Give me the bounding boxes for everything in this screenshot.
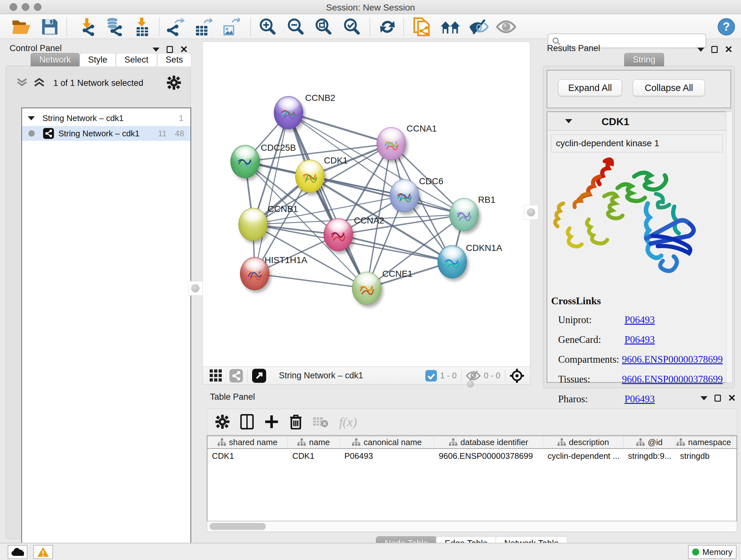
network-node-cdc6[interactable] <box>390 179 419 212</box>
table-row[interactable]: CDK1CDK1P064939606.ENSP00000378699cyclin… <box>207 449 737 463</box>
network-node-ccna1[interactable] <box>377 127 406 160</box>
network-row-selected[interactable]: String Network – cdk1 11 48 <box>22 126 191 141</box>
show-columns-icon[interactable] <box>240 414 254 429</box>
zoom-in-icon[interactable] <box>256 18 279 36</box>
save-session-icon[interactable] <box>38 18 61 36</box>
table-panel-title: Table Panel <box>210 392 255 402</box>
node-table[interactable]: shared namenamecanonical namedatabase id… <box>207 435 737 521</box>
expand-all-button[interactable]: Expand All <box>558 79 622 96</box>
tab-sets[interactable]: Sets <box>157 53 192 66</box>
help-icon[interactable]: ? <box>715 18 738 36</box>
current-network-dot-icon <box>28 130 35 137</box>
home-icon[interactable] <box>439 18 462 36</box>
zoom-fit-icon[interactable] <box>312 18 335 36</box>
table-cell[interactable]: CDK1 <box>288 449 340 463</box>
column-header-name[interactable]: name <box>288 436 340 448</box>
column-header-sharedname[interactable]: shared name <box>207 436 288 448</box>
function-builder-icon[interactable]: f(x) <box>339 415 357 429</box>
network-node-ccnb2[interactable] <box>274 96 303 129</box>
column-header-id[interactable]: @id <box>623 436 676 448</box>
column-header-canonicalname[interactable]: canonical name <box>340 436 434 448</box>
bottom-splitter-handle[interactable] <box>463 380 478 388</box>
float-panel-icon[interactable] <box>715 395 721 401</box>
results-scrollbar[interactable] <box>726 111 732 383</box>
import-database-icon[interactable] <box>102 18 125 36</box>
show-graphics-icon[interactable] <box>495 18 518 36</box>
panel-menu-icon[interactable] <box>697 48 704 52</box>
add-column-icon[interactable] <box>265 415 279 429</box>
zoom-out-icon[interactable] <box>284 18 307 36</box>
tree-expand-icon[interactable] <box>28 116 35 120</box>
network-edge[interactable] <box>255 273 367 288</box>
network-node-cdc25b[interactable] <box>230 145 260 178</box>
delete-column-icon[interactable] <box>289 414 302 429</box>
network-node-ccnb1[interactable] <box>239 208 268 241</box>
tab-string-results[interactable]: String <box>624 53 664 66</box>
import-network-icon[interactable] <box>75 18 98 36</box>
refresh-icon[interactable] <box>376 18 399 36</box>
delete-table-icon[interactable] <box>313 416 328 428</box>
table-options-gear-icon[interactable] <box>215 415 229 429</box>
close-panel-icon[interactable]: ✕ <box>725 46 733 53</box>
memory-button[interactable]: Memory <box>688 545 737 559</box>
panel-menu-icon[interactable] <box>700 396 708 400</box>
selected-checkbox-icon[interactable] <box>425 370 437 381</box>
tab-select[interactable]: Select <box>116 53 157 66</box>
open-session-icon[interactable] <box>10 18 33 36</box>
warnings-button[interactable] <box>33 545 53 559</box>
network-edge[interactable] <box>288 113 391 144</box>
cloud-status-button[interactable] <box>8 545 27 559</box>
network-node-cdkn1a[interactable] <box>437 245 467 278</box>
collapse-protein-icon[interactable] <box>565 119 572 123</box>
network-node-ccne1[interactable] <box>352 272 381 305</box>
table-cell[interactable]: 9606.ENSP00000378699 <box>434 449 543 463</box>
table-hscrollbar[interactable] <box>207 521 737 532</box>
table-cell[interactable]: CDK1 <box>207 449 288 463</box>
tab-network[interactable]: Network <box>30 53 79 66</box>
crosslink-label: Tissues: <box>551 374 622 385</box>
export-table-icon[interactable] <box>192 18 215 36</box>
table-cell[interactable]: stringdb:9... <box>623 449 676 463</box>
export-image-icon[interactable] <box>219 18 243 36</box>
hide-graphics-icon[interactable] <box>467 18 490 36</box>
crosslink-link[interactable]: P06493 <box>624 314 655 326</box>
network-node-cdk1[interactable] <box>295 160 325 193</box>
import-table-icon[interactable] <box>131 18 154 36</box>
table-cell[interactable]: P06493 <box>340 449 434 463</box>
tab-style[interactable]: Style <box>79 53 116 66</box>
network-collection-row[interactable]: String Network – cdk1 1 <box>22 111 191 125</box>
export-network-icon[interactable] <box>164 18 187 36</box>
clone-network-icon[interactable] <box>410 18 433 36</box>
network-name: String Network – cdk1 <box>58 129 139 138</box>
warning-icon <box>37 547 49 557</box>
float-panel-icon[interactable] <box>166 46 173 53</box>
network-canvas[interactable]: CCNB2CCNA1CDC25BCDK1CDC6RB1CCNB1CCNA2CDK… <box>202 42 530 367</box>
collapse-all-button[interactable]: Collapse All <box>633 79 705 96</box>
right-splitter-handle[interactable] <box>524 205 538 220</box>
zoom-selected-icon[interactable] <box>340 18 363 36</box>
left-splitter-handle[interactable] <box>188 281 203 296</box>
network-node-rb1[interactable] <box>449 198 479 231</box>
crosslink-link[interactable]: 9606.ENSP00000378699 <box>622 374 723 385</box>
string-view-icon[interactable] <box>229 369 243 382</box>
cloud-icon <box>11 548 24 557</box>
hidden-eye-icon[interactable] <box>466 370 481 381</box>
network-options-gear-icon[interactable] <box>167 76 181 90</box>
crosslink-link[interactable]: P06493 <box>624 334 655 346</box>
column-header-description[interactable]: description <box>543 436 623 448</box>
crosslink-link[interactable]: 9606.ENSP00000378699 <box>622 354 723 365</box>
column-type-icon <box>352 438 360 446</box>
panel-menu-icon[interactable] <box>152 48 159 52</box>
grid-view-icon[interactable] <box>210 369 222 382</box>
close-panel-icon[interactable]: ✕ <box>180 46 188 53</box>
open-in-browser-icon[interactable] <box>252 369 266 383</box>
network-edge[interactable] <box>255 113 288 273</box>
network-node-ccna2[interactable] <box>324 218 353 251</box>
float-panel-icon[interactable] <box>711 46 718 53</box>
close-panel-icon[interactable]: ✕ <box>728 395 736 401</box>
table-cell[interactable]: stringdb <box>676 449 732 463</box>
birdseye-navigator-icon[interactable] <box>510 368 524 383</box>
column-header-namespace[interactable]: namespace <box>676 436 732 448</box>
table-cell[interactable]: cyclin-dependent ... <box>543 449 623 463</box>
column-header-databaseidentifier[interactable]: database identifier <box>434 436 543 448</box>
